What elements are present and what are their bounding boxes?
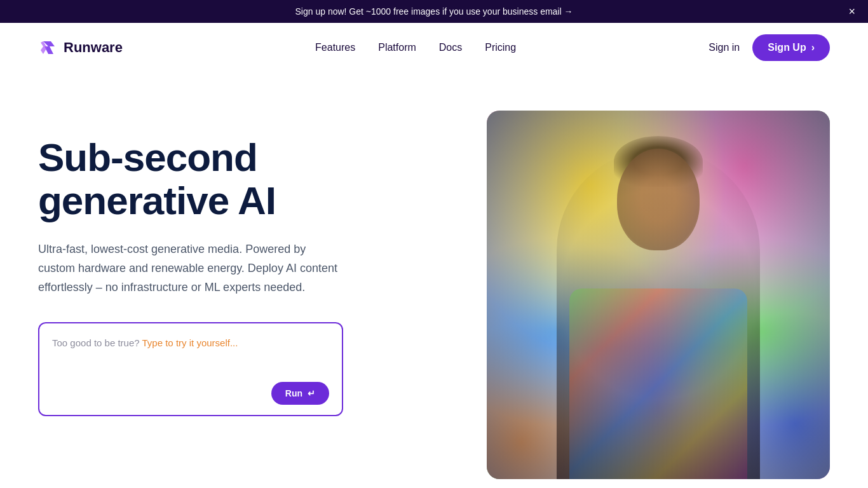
hero-title: Sub-second generative AI	[38, 136, 394, 222]
banner-close-button[interactable]: ×	[848, 6, 855, 17]
nav-features[interactable]: Features	[315, 42, 355, 53]
logo-text: Runware	[64, 39, 123, 56]
prompt-footer: Run ↵	[52, 382, 329, 405]
navbar-actions: Sign in Sign Up ›	[709, 34, 830, 61]
nav-docs[interactable]: Docs	[439, 42, 462, 53]
prompt-box[interactable]: Too good to be true? Type to try it your…	[38, 322, 343, 416]
hero-subtitle: Ultra-fast, lowest-cost generative media…	[38, 240, 343, 297]
image-vignette	[487, 111, 830, 479]
run-button[interactable]: Run ↵	[271, 382, 329, 405]
banner-text[interactable]: Sign up now! Get ~1000 free images if yo…	[295, 6, 573, 17]
hero-left-content: Sub-second generative AI Ultra-fast, low…	[38, 111, 394, 416]
logo-area: Runware	[38, 37, 123, 58]
hero-image	[487, 111, 830, 479]
nav-platform[interactable]: Platform	[378, 42, 416, 53]
sign-up-button[interactable]: Sign Up ›	[752, 34, 830, 61]
prompt-placeholder[interactable]: Too good to be true? Type to try it your…	[52, 336, 329, 374]
logo-icon	[38, 37, 58, 58]
nav-links: Features Platform Docs Pricing	[315, 42, 516, 53]
prompt-highlight: Type to try it yourself...	[142, 337, 238, 348]
arrow-icon: ›	[811, 42, 815, 53]
navbar: Runware Features Platform Docs Pricing S…	[0, 23, 868, 72]
top-banner: Sign up now! Get ~1000 free images if yo…	[0, 0, 868, 23]
sign-in-link[interactable]: Sign in	[709, 42, 740, 53]
hero-right-image	[445, 111, 830, 479]
nav-pricing[interactable]: Pricing	[485, 42, 516, 53]
hero-section: Sub-second generative AI Ultra-fast, low…	[0, 72, 868, 479]
run-icon: ↵	[308, 388, 315, 398]
